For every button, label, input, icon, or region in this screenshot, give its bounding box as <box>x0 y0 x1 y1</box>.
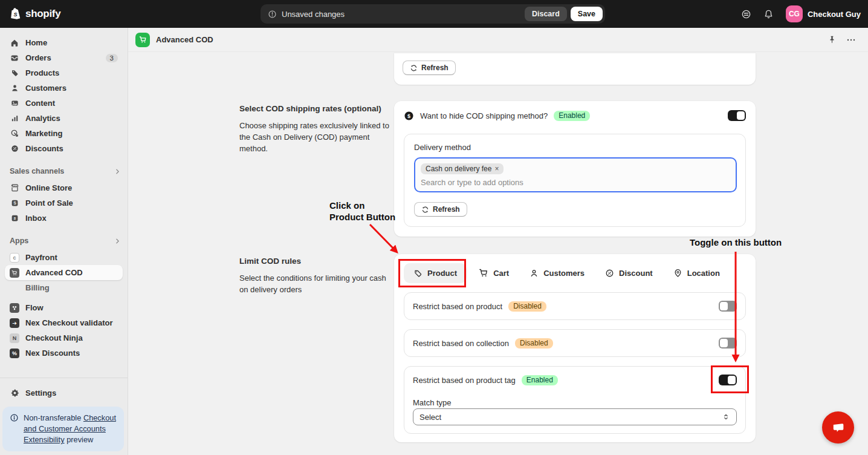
sidebar-section-sales-channels[interactable]: Sales channels <box>10 165 121 178</box>
annotation-line: Click on <box>329 200 395 211</box>
page-title: Advanced COD <box>156 35 213 44</box>
section-title: Sales channels <box>10 167 64 175</box>
sidebar-item-customers[interactable]: Customers <box>5 80 123 96</box>
sidebar-item-label: Billing <box>25 283 50 292</box>
sidebar-item-label: Payfront <box>25 253 57 262</box>
sidebar-item-nex-checkout-validator[interactable]: ➔ Nex Checkout validator <box>5 315 123 330</box>
sidebar-item-label: Customers <box>25 83 66 93</box>
sidebar-item-discounts[interactable]: Discounts <box>5 141 123 156</box>
save-button[interactable]: Save <box>571 7 603 21</box>
sidebar-item-label: Orders <box>25 53 51 62</box>
shopify-logo[interactable]: S shopify <box>10 7 60 21</box>
sidebar-item-label: Nex Discounts <box>25 349 80 358</box>
percent-seal-icon <box>605 269 614 278</box>
shipping-section-intro: Select COD shipping rates (optional) Cho… <box>239 104 397 155</box>
sidebar-item-analytics[interactable]: Analytics <box>5 111 123 126</box>
tab-label: Customers <box>543 269 585 278</box>
overflow-dots-icon[interactable] <box>846 35 856 45</box>
tab-label: Discount <box>619 269 653 278</box>
sidebar-item-payfront[interactable]: c Payfront <box>5 250 123 265</box>
sidebar-item-label: Settings <box>25 388 56 398</box>
svg-text:s: s <box>13 216 16 220</box>
app-header: Advanced COD <box>128 28 868 52</box>
refresh-button-top[interactable]: Refresh <box>403 61 456 75</box>
tab-product[interactable]: Product <box>404 263 467 283</box>
speech-bubble-icon <box>831 420 846 435</box>
money-icon: $ <box>404 111 414 121</box>
notification-bell-icon[interactable] <box>763 9 774 19</box>
restrict-product-toggle[interactable] <box>719 301 737 312</box>
annotation-click-product: Click on Product Button <box>329 200 395 223</box>
pin-icon[interactable] <box>828 35 837 44</box>
sidebar-item-settings[interactable]: Settings <box>5 385 123 401</box>
unsaved-changes-text: Unsaved changes <box>282 10 345 19</box>
tab-label: Cart <box>493 269 509 278</box>
svg-text:S: S <box>13 201 16 205</box>
tab-cart[interactable]: Cart <box>470 263 517 283</box>
sidebar-item-advanced-cod[interactable]: Advanced COD <box>5 265 123 280</box>
sidebar-item-label: Nex Checkout validator <box>25 318 113 327</box>
sidebar-item-content[interactable]: Content <box>5 96 123 111</box>
sidebar-item-label: Checkout Ninja <box>25 333 83 342</box>
sidebar-item-billing[interactable]: Billing <box>5 280 123 295</box>
tab-customers[interactable]: Customers <box>521 263 593 283</box>
refresh-button-delivery[interactable]: Refresh <box>414 202 467 217</box>
refresh-card: Refresh <box>394 53 756 85</box>
section-heading: Select COD shipping rates (optional) <box>239 104 397 113</box>
chevron-right-icon <box>114 237 121 245</box>
notice-text: Non-transferable Checkout and Customer A… <box>24 413 118 445</box>
sidebar-item-marketing[interactable]: Marketing <box>5 126 123 141</box>
restrict-product-tag-toggle[interactable] <box>719 375 737 385</box>
hide-cod-toggle[interactable] <box>728 110 746 121</box>
sidebar-item-nex-discounts[interactable]: % Nex Discounts <box>5 345 123 361</box>
sidebar-item-orders[interactable]: Orders 3 <box>5 50 123 65</box>
sidebar-item-label: Flow <box>25 303 44 312</box>
tab-location[interactable]: Location <box>665 263 728 283</box>
sidebar-item-home[interactable]: Home <box>5 35 123 50</box>
sidebar-item-checkout-ninja[interactable]: N Checkout Ninja <box>5 330 123 345</box>
delivery-method-panel: Delivery method Cash on delivery fee × S… <box>404 134 746 227</box>
delivery-method-input[interactable]: Cash on delivery fee × Search or type to… <box>414 157 737 192</box>
input-placeholder: Search or type to add options <box>421 178 730 187</box>
section-description: Choose shipping rates exclusively linked… <box>239 120 397 155</box>
info-icon <box>10 413 19 445</box>
sidebar-section-apps[interactable]: Apps <box>10 234 121 247</box>
tag-icon <box>413 269 423 278</box>
match-type-select[interactable]: Select <box>413 408 737 425</box>
sidebar-item-label: Analytics <box>25 114 60 123</box>
shopify-bag-icon: S <box>10 7 22 21</box>
select-value: Select <box>419 413 441 422</box>
user-name: Checkout Guy <box>808 10 861 19</box>
annotation-line: Product Button <box>329 211 395 223</box>
sidebar-item-point-of-sale[interactable]: S Point of Sale <box>5 195 123 211</box>
person-icon <box>10 83 19 93</box>
main-content: Advanced COD Refresh Select COD shipping… <box>128 28 868 455</box>
sidebar-item-label: Products <box>25 68 59 77</box>
sidebar-item-products[interactable]: Products <box>5 65 123 80</box>
sidebar-item-inbox[interactable]: s Inbox <box>5 211 123 226</box>
sidebar-item-label: Inbox <box>25 214 47 223</box>
match-type-label: Match type <box>413 398 452 407</box>
sidebar-item-label: Online Store <box>25 183 72 192</box>
rule-restrict-collection: Restrict based on collection Disabled <box>404 329 746 357</box>
sidebar-item-online-store[interactable]: Online Store <box>5 180 123 195</box>
rules-section-intro: Limit COD rules Select the conditions fo… <box>239 257 397 296</box>
shopify-wordmark: shopify <box>25 8 60 20</box>
rule-restrict-product-tag: Restrict based on product tag Enabled Ma… <box>404 366 746 434</box>
store-status-icon[interactable] <box>741 9 751 19</box>
discard-button[interactable]: Discard <box>525 7 567 21</box>
topbar: S shopify Unsaved changes Discard Save C… <box>0 0 868 28</box>
sidebar-item-label: Advanced COD <box>25 268 83 277</box>
svg-text:$: $ <box>407 113 410 119</box>
tab-discount[interactable]: Discount <box>597 263 661 283</box>
chat-widget-button[interactable] <box>822 411 854 444</box>
inbox-app-icon: s <box>10 214 19 223</box>
restrict-collection-toggle[interactable] <box>719 338 737 349</box>
user-menu[interactable]: CG Checkout Guy <box>786 5 861 22</box>
gear-icon <box>10 388 19 398</box>
sidebar-item-label: Home <box>25 38 47 47</box>
notice-suffix: preview <box>66 435 93 444</box>
status-badge: Enabled <box>554 111 590 121</box>
remove-option-icon[interactable]: × <box>494 165 499 172</box>
sidebar-item-flow[interactable]: Flow <box>5 300 123 315</box>
